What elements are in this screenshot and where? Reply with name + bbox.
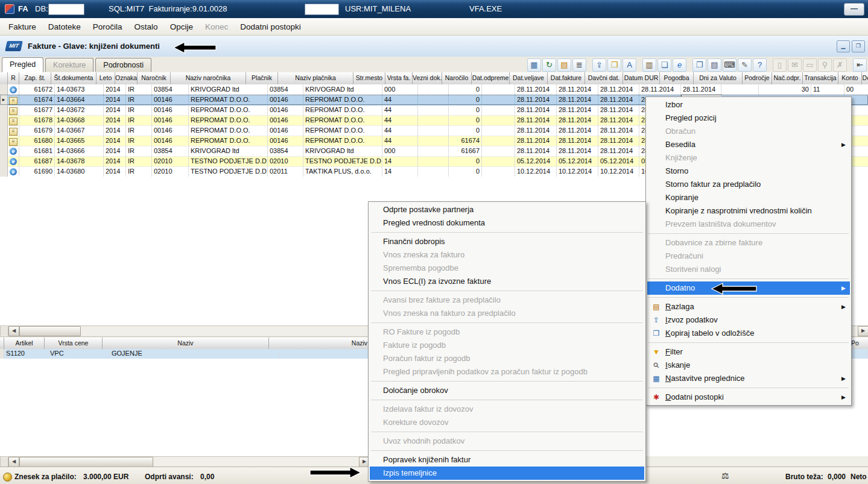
detail-column-header-artikel[interactable]: Artikel <box>4 338 45 349</box>
column-header-zap-st[interactable]: Zap. št. <box>19 72 51 84</box>
menu-item-kopiranje[interactable]: Kopiranje <box>647 191 850 204</box>
tab-pregled[interactable]: Pregled <box>2 57 43 72</box>
journal-icon[interactable]: ▤ <box>557 58 571 72</box>
cell-zap-st: 61678 <box>19 115 55 126</box>
first-record-icon[interactable]: ⇤ <box>853 58 867 72</box>
menu-item-kopiranje-z-nasprotnimi-vrednostmi-kolicin[interactable]: Kopiranje z nasprotnimi vrednostmi količ… <box>647 204 850 218</box>
gear-icon: ✱ <box>651 391 662 404</box>
menu-item-nastavitve-preglednice[interactable]: ▦Nastavitve preglednice▶ <box>647 372 850 385</box>
open-folder-icon[interactable]: ❒ <box>607 58 621 72</box>
menu-item-popravek-knjizenih-faktur[interactable]: Popravek knjiženih faktur <box>370 453 644 467</box>
list-icon[interactable]: ≣ <box>572 58 586 72</box>
menu-item-prevzem-lastnistva-dokumentov: Prevzem lastništva dokumentov <box>647 218 850 231</box>
scroll-right-button[interactable]: ▶ <box>858 326 868 336</box>
menu-item-vnos-ecl-i-za-izvozne-fakture[interactable]: Vnos ECL(I) za izvozne fakture <box>370 275 644 288</box>
cell-dat-fakture: 05.12.2014 <box>598 156 639 167</box>
export-icon[interactable]: ⇪ <box>592 58 606 72</box>
column-header-dat-veljave[interactable]: Dat.veljave <box>510 72 548 84</box>
column-header-narocnik[interactable]: Naročnik <box>138 72 171 84</box>
tab-podrobnosti[interactable]: Podrobnosti <box>95 58 151 72</box>
menu-item-pregled-pozicij[interactable]: Pregled pozicij <box>647 112 850 125</box>
menu-item-iskanje[interactable]: ⚲Iskanje <box>647 359 850 372</box>
column-header-dat-odpreme[interactable]: Dat.odpreme <box>472 72 510 84</box>
cell-vrsta-fa <box>418 95 449 105</box>
menubar-item-ostalo[interactable]: Ostalo <box>128 20 164 34</box>
cell-naziv-placnika: REPROMAT D.O.O. <box>303 105 382 116</box>
column-header-davcni-dat[interactable]: Davčni dat. <box>585 72 623 84</box>
column-header-narocilo[interactable]: Naročilo <box>442 72 472 84</box>
column-header-podrocje[interactable]: Področje <box>743 72 772 84</box>
column-header-oznaka[interactable]: Oznaka <box>115 72 138 84</box>
scrollbar-thumb[interactable] <box>19 457 153 467</box>
menubar-item-dodatni-postopki[interactable]: Dodatni postopki <box>234 20 307 34</box>
column-header-dni-za-valuto[interactable]: Dni za Valuto <box>694 72 743 84</box>
menu-item-razlaga[interactable]: ▤Razlaga▶ <box>647 300 850 313</box>
menu-item-dodatni-postopki[interactable]: ✱Dodatni postopki▶ <box>647 391 850 404</box>
column-header-placnik[interactable]: Plačnik <box>246 72 278 84</box>
menu-item-label: Storno faktur za predplačilo <box>665 180 761 189</box>
column-header-naziv-narocnika[interactable]: Naziv naročnika <box>171 72 246 84</box>
notes-icon[interactable]: ▤ <box>708 58 721 72</box>
scroll-left-button[interactable]: ◀ <box>8 326 19 336</box>
menubar-item-datoteke[interactable]: Datoteke <box>42 20 87 34</box>
column-header-vrsta-fa[interactable]: Vrsta fa. <box>385 72 413 84</box>
column-header-str-mesto[interactable]: Str.mesto <box>353 72 385 84</box>
column-header-vezni-dok[interactable]: Vezni dok. <box>413 72 442 84</box>
menu-item-storno[interactable]: Storno <box>647 165 850 178</box>
scroll-left-button[interactable]: ◀ <box>8 457 19 467</box>
menu-item-besedila[interactable]: Besedila▶ <box>647 138 850 151</box>
document-record-icon: ≡ <box>9 118 17 125</box>
scrollbar-thumb[interactable] <box>19 326 81 336</box>
column-header-den-en[interactable]: Den.en <box>862 72 868 84</box>
cards-icon[interactable]: ❐ <box>692 58 706 72</box>
cell-st-dokumenta: 14-03666 <box>55 146 104 157</box>
column-header-pogodba[interactable]: Pogodba <box>660 72 694 84</box>
column-header-dat-fakture[interactable]: Dat.fakture <box>548 72 585 84</box>
menubar-item-porocila[interactable]: Poročila <box>87 20 128 34</box>
cell-naziv-narocnika: REPROMAT D.O.O. <box>189 136 268 146</box>
attachment-icon[interactable]: ✎ <box>738 58 752 72</box>
refresh-icon[interactable]: ↻ <box>542 58 556 72</box>
table-row[interactable]: e6167214-036732014IR03854KRIVOGRAD ltd03… <box>0 84 868 95</box>
help-icon[interactable]: ? <box>753 58 767 72</box>
menubar-item-opcije[interactable]: Opcije <box>164 20 199 34</box>
cell-zap-st: 61680 <box>19 136 55 146</box>
keyboard-icon[interactable]: ⌨ <box>723 58 737 72</box>
menu-item-financni-dobropis[interactable]: Finančni dobropis <box>370 235 644 248</box>
menu-item-izpis-temeljnice[interactable]: Izpis temeljnice <box>370 467 644 480</box>
column-header-st-dokumenta[interactable]: Št.dokumenta <box>51 72 97 84</box>
column-header-datum-dur[interactable]: Datum DUR <box>623 72 660 84</box>
detail-column-header-naziv[interactable]: Naziv <box>103 338 269 349</box>
menu-item-storno-faktur-za-predplacilo[interactable]: Storno faktur za predplačilo <box>647 178 850 191</box>
menu-item-odprte-postavke-partnerja[interactable]: Odprte postavke partnerja <box>370 203 644 216</box>
cell-oznaka: IR <box>126 115 152 126</box>
menu-item-izbor[interactable]: Izbor <box>647 98 850 112</box>
menu-item-kopiraj-tabelo-v-odlozisce[interactable]: ❐Kopiraj tabelo v odložišče <box>647 327 850 340</box>
column-header-leto[interactable]: Leto <box>97 72 115 84</box>
menu-item-label: Uvoz vhodnih podatkov <box>383 436 464 445</box>
browser-icon[interactable]: e <box>673 58 686 72</box>
cell-str-mesto: 14 <box>382 156 418 167</box>
user-field[interactable] <box>305 4 339 15</box>
menu-item-pregled-vrednosti-dokumenta[interactable]: Pregled vrednosti dokumenta <box>370 216 644 230</box>
menu-item-filter[interactable]: ▼Filter <box>647 345 850 359</box>
clipboard-icon[interactable]: ▥ <box>642 58 656 72</box>
column-header-r[interactable]: R <box>8 72 19 84</box>
menubar-item-fakture[interactable]: Fakture <box>2 20 42 34</box>
column-header-konto[interactable]: Konto <box>838 72 862 84</box>
menu-item-vnos-zneska-za-fakturo: Vnos zneska za fakturo <box>370 248 644 262</box>
db-field[interactable] <box>48 4 84 15</box>
column-header-naziv-placnika[interactable]: Naziv plačnika <box>278 72 353 84</box>
minimize-window-button[interactable]: ▁ <box>837 40 850 52</box>
menu-item-izvoz-podatkov[interactable]: ⇪Izvoz podatkov <box>647 313 850 327</box>
font-icon[interactable]: A <box>622 58 636 72</box>
column-header-nac-odpr[interactable]: Nač.odpr. <box>772 72 803 84</box>
restore-window-button[interactable]: ❐ <box>852 40 865 52</box>
detail-column-header-po[interactable]: Po <box>849 338 868 349</box>
detail-column-header-vrsta-cene[interactable]: Vrsta cene <box>45 338 103 349</box>
window-icon[interactable]: ❏ <box>657 58 671 72</box>
menu-item-dolocanje-obrokov[interactable]: Določanje obrokov <box>370 384 644 397</box>
minimize-button[interactable]: — <box>844 3 864 16</box>
column-header-transakcija[interactable]: Transakcija <box>803 72 838 84</box>
grid-icon[interactable]: ▦ <box>527 58 541 72</box>
